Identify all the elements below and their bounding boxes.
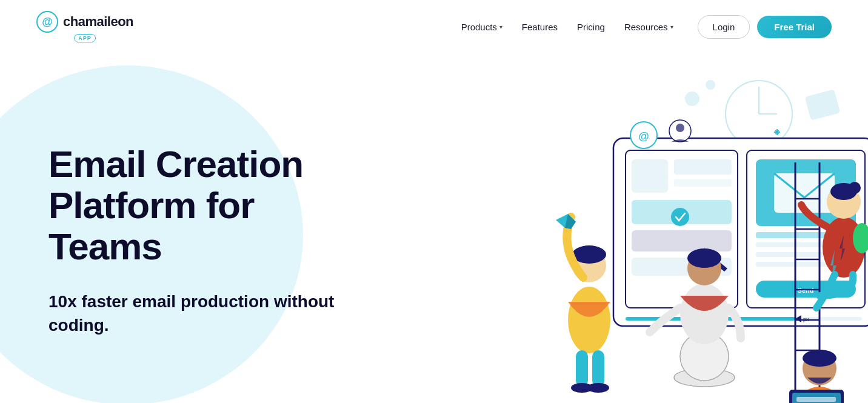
svg-point-33 — [568, 287, 610, 353]
hero-title: Email Creation Platform for Teams — [48, 144, 339, 268]
free-trial-button[interactable]: Free Trial — [757, 16, 832, 38]
nav-pricing[interactable]: Pricing — [570, 17, 612, 37]
nav-features[interactable]: Features — [515, 17, 565, 37]
svg-rect-65 — [796, 397, 836, 402]
main-nav: Products ▾ Features Pricing Resources ▾ … — [454, 15, 832, 39]
svg-point-46 — [687, 248, 721, 268]
hero-subtitle: 10x faster email production without codi… — [48, 290, 339, 337]
svg-rect-10 — [674, 179, 732, 187]
hero-illustration: Send @ px — [383, 53, 868, 403]
login-button[interactable]: Login — [698, 15, 750, 39]
svg-point-3 — [685, 92, 699, 106]
nav-resources[interactable]: Resources ▾ — [617, 17, 681, 37]
svg-rect-39 — [592, 350, 604, 387]
svg-rect-5 — [805, 89, 841, 121]
svg-rect-20 — [756, 262, 829, 267]
svg-point-28 — [676, 124, 684, 132]
logo[interactable]: @ chamaileon APP — [36, 11, 133, 42]
svg-rect-8 — [632, 159, 668, 193]
svg-point-62 — [803, 350, 836, 367]
svg-point-41 — [587, 383, 609, 393]
logo-at-icon: @ — [36, 11, 58, 33]
header: @ chamaileon APP Products ▾ Features Pri… — [0, 0, 868, 53]
svg-point-26 — [671, 208, 689, 226]
svg-point-44 — [680, 284, 729, 344]
logo-name: chamaileon — [63, 14, 133, 30]
logo-app-badge: APP — [74, 34, 96, 42]
hero-section: Email Creation Platform for Teams 10x fa… — [0, 53, 868, 403]
nav-actions: Login Free Trial — [698, 15, 832, 39]
svg-rect-12 — [632, 230, 732, 251]
nav-products[interactable]: Products ▾ — [454, 17, 510, 37]
svg-text:@: @ — [638, 130, 649, 142]
svg-point-35 — [572, 245, 606, 264]
svg-rect-38 — [576, 350, 588, 387]
svg-point-58 — [849, 182, 861, 194]
products-chevron-icon: ▾ — [499, 24, 502, 30]
resources-chevron-icon: ▾ — [670, 24, 673, 30]
hero-content: Email Creation Platform for Teams 10x fa… — [0, 119, 339, 337]
svg-point-4 — [706, 80, 715, 90]
svg-rect-9 — [674, 159, 732, 175]
